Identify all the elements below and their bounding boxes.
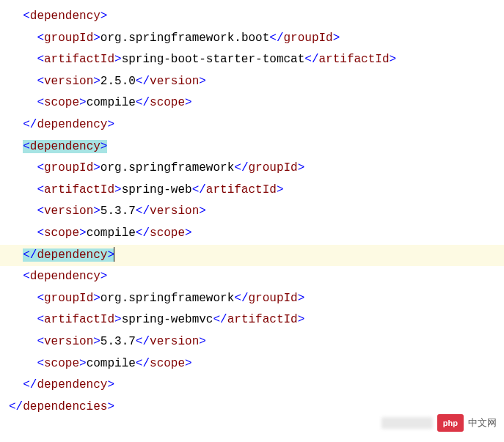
code-line: </dependency>: [0, 114, 504, 136]
code-line: <version>2.5.0</version>: [0, 71, 504, 93]
code-line: </dependency>: [0, 375, 504, 397]
code-line: <dependency>: [0, 6, 504, 28]
code-line: <version>5.3.7</version>: [0, 331, 504, 353]
watermark-badge: php: [437, 414, 464, 424]
code-line: <scope>compile</scope>: [0, 92, 504, 114]
code-line: <groupId>org.springframework</groupId>: [0, 158, 504, 180]
code-line: <dependency>: [0, 136, 504, 158]
code-line: <groupId>org.springframework.boot</group…: [0, 28, 504, 50]
code-line: <groupId>org.springframework</groupId>: [0, 288, 504, 310]
watermark-blur: [381, 417, 433, 424]
code-line: <artifactId>spring-boot-starter-tomcat</…: [0, 49, 504, 71]
code-line: <version>5.3.7</version>: [0, 201, 504, 223]
code-line: <scope>compile</scope>: [0, 223, 504, 245]
xml-code-block: <dependency> <groupId>org.springframewor…: [0, 6, 504, 418]
code-line: </dependency>: [0, 245, 504, 267]
code-line: <dependency>: [0, 266, 504, 288]
code-line: <scope>compile</scope>: [0, 353, 504, 375]
code-line: <artifactId>spring-web</artifactId>: [0, 180, 504, 202]
watermark: php 中文网: [381, 414, 497, 424]
watermark-text: 中文网: [468, 414, 497, 424]
code-line: <artifactId>spring-webmvc</artifactId>: [0, 309, 504, 331]
